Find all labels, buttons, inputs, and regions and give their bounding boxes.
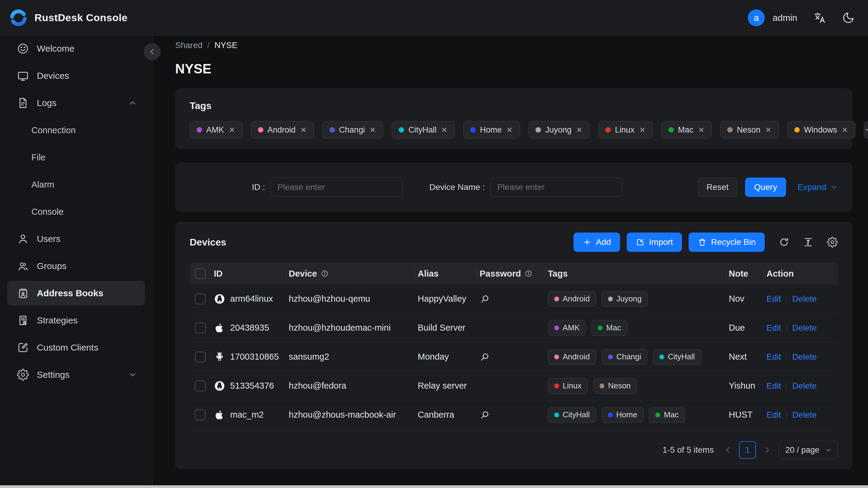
smiley-icon — [17, 42, 29, 55]
select-all-checkbox[interactable] — [195, 268, 206, 279]
device-name-input[interactable] — [490, 178, 622, 197]
apple-icon — [214, 409, 225, 420]
close-icon[interactable] — [441, 126, 448, 133]
tag-chip-android[interactable]: Android — [251, 121, 314, 139]
add-tag-button[interactable] — [864, 121, 868, 139]
device-name-field: Device Name : — [430, 178, 623, 197]
sidebar-item-address-books[interactable]: Address Books — [7, 281, 145, 306]
next-page-icon[interactable] — [763, 446, 772, 455]
close-icon[interactable] — [639, 126, 646, 133]
tag-color-dot — [196, 127, 202, 132]
sidebar-item-label: Settings — [37, 370, 69, 380]
tag-chip-home[interactable]: Home — [463, 121, 520, 139]
close-icon[interactable] — [765, 126, 772, 133]
row-tag: CityHall — [653, 349, 701, 365]
sidebar-item-custom-clients[interactable]: Custom Clients — [7, 335, 145, 360]
delete-link[interactable]: Delete — [792, 352, 817, 362]
refresh-icon[interactable] — [779, 237, 789, 248]
tag-color-dot — [399, 127, 404, 132]
sidebar-item-strategies[interactable]: Strategies — [7, 308, 145, 333]
row-tag: CityHall — [548, 407, 596, 423]
linux-icon — [214, 380, 225, 392]
info-icon[interactable] — [321, 270, 329, 277]
tag-chip-mac[interactable]: Mac — [661, 121, 712, 139]
info-icon[interactable] — [525, 270, 532, 277]
recycle-bin-button[interactable]: Recycle Bin — [689, 233, 765, 252]
tag-chip-juyong[interactable]: Juyong — [529, 121, 590, 139]
search-password-icon[interactable] — [479, 410, 490, 420]
plus-icon — [583, 238, 592, 247]
tag-chip-neson[interactable]: Neson — [720, 121, 779, 139]
row-checkbox[interactable] — [195, 352, 206, 362]
search-password-icon[interactable] — [479, 294, 490, 304]
close-icon[interactable] — [369, 126, 376, 133]
sidebar-subitem-console[interactable]: Console — [7, 199, 145, 224]
sidebar-item-settings[interactable]: Settings — [7, 362, 145, 387]
row-tag: Neson — [593, 378, 637, 394]
horizontal-scrollbar[interactable] — [0, 485, 868, 488]
prev-page-icon[interactable] — [723, 446, 733, 455]
query-button[interactable]: Query — [745, 178, 786, 197]
close-icon[interactable] — [506, 126, 513, 133]
close-icon[interactable] — [698, 126, 705, 133]
edit-link[interactable]: Edit — [767, 294, 781, 304]
breadcrumb-current: NYSE — [214, 40, 238, 50]
reset-button[interactable]: Reset — [698, 178, 737, 197]
tag-color-dot — [330, 127, 335, 132]
breadcrumb-parent[interactable]: Shared — [175, 40, 203, 50]
avatar[interactable]: a — [748, 9, 765, 26]
edit-link[interactable]: Edit — [767, 323, 781, 333]
edit-link[interactable]: Edit — [767, 352, 781, 362]
column-height-icon[interactable] — [803, 237, 814, 248]
edit-link[interactable]: Edit — [767, 410, 781, 420]
sidebar-item-groups[interactable]: Groups — [7, 254, 145, 278]
close-icon[interactable] — [300, 126, 307, 133]
monitor-icon — [17, 70, 29, 82]
delete-link[interactable]: Delete — [792, 410, 817, 420]
page-number-button[interactable]: 1 — [739, 441, 756, 459]
close-icon[interactable] — [228, 126, 236, 133]
table-row: arm64linux hzhou@hzhou-qemu HappyValley … — [190, 284, 838, 313]
tag-chip-changi[interactable]: Changi — [322, 121, 383, 139]
sidebar-subitem-connection[interactable]: Connection — [7, 118, 145, 143]
row-checkbox[interactable] — [195, 323, 206, 333]
delete-link[interactable]: Delete — [792, 294, 817, 304]
sidebar-item-label: Groups — [37, 261, 66, 271]
table-header-row: ID Device Alias Password Tags Note Actio… — [190, 263, 838, 284]
tag-chip-amk[interactable]: AMK — [190, 121, 243, 139]
search-password-icon[interactable] — [479, 352, 490, 362]
breadcrumb: Shared / NYSE — [175, 39, 852, 51]
id-input[interactable] — [271, 178, 403, 197]
expand-link[interactable]: Expand — [798, 182, 838, 192]
sidebar-subitem-alarm[interactable]: Alarm — [7, 172, 145, 197]
delete-link[interactable]: Delete — [792, 323, 817, 333]
table-settings-gear-icon[interactable] — [827, 237, 838, 248]
moon-icon[interactable] — [842, 11, 855, 24]
tag-chip-cityhall[interactable]: CityHall — [392, 121, 455, 139]
tag-list: AMK Android Changi C — [190, 121, 838, 139]
delete-link[interactable]: Delete — [792, 381, 817, 391]
divider — [786, 295, 787, 303]
row-checkbox[interactable] — [195, 409, 206, 420]
sidebar-item-users[interactable]: Users — [7, 226, 145, 251]
row-checkbox[interactable] — [195, 380, 206, 391]
sidebar-subitem-file[interactable]: File — [7, 145, 145, 170]
sidebar-item-devices[interactable]: Devices — [7, 63, 145, 88]
close-icon[interactable] — [841, 126, 848, 133]
translate-icon[interactable] — [813, 11, 826, 25]
close-icon[interactable] — [576, 126, 583, 133]
row-checkbox[interactable] — [195, 294, 206, 304]
import-button[interactable]: Import — [627, 233, 682, 252]
table-row: mac_m2 hzhou@zhous-macbook-air Canberra … — [190, 400, 838, 429]
edit-link[interactable]: Edit — [767, 381, 781, 391]
page-size-select[interactable]: 20 / page — [778, 441, 838, 459]
tag-chip-linux[interactable]: Linux — [598, 121, 653, 139]
add-button[interactable]: Add — [574, 233, 620, 252]
sidebar-item-welcome[interactable]: Welcome — [7, 36, 145, 61]
tag-chip-windows[interactable]: Windows — [787, 121, 856, 139]
chevron-down-icon — [830, 183, 838, 191]
user-menu[interactable]: a admin — [748, 9, 797, 26]
row-tag: AMK — [548, 320, 586, 336]
sidebar-collapse-button[interactable] — [144, 43, 161, 60]
sidebar-item-logs[interactable]: Logs — [7, 91, 145, 115]
